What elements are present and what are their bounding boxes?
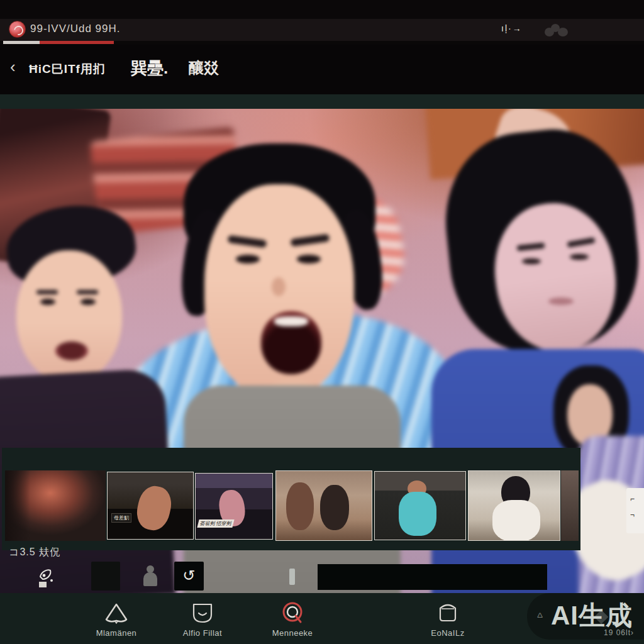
left-person-face	[16, 250, 122, 382]
left-person-brow	[77, 290, 98, 294]
timeline-track-bar[interactable]	[318, 564, 547, 590]
badge-bullet-icon: 🜂	[536, 609, 545, 619]
ai-generated-badge: 🜂 AI生成 19 06lt›	[527, 593, 644, 640]
smile-box-icon	[165, 601, 240, 626]
nav-item-1[interactable]: Mlamänen	[79, 601, 154, 638]
left-person-eye	[80, 299, 96, 305]
top-black-strip	[0, 0, 644, 19]
center-person-eye	[236, 255, 260, 264]
thumbnail-figure	[492, 500, 540, 541]
status-glyphs: ıļ·→	[501, 23, 523, 33]
undo-button[interactable]: ↺	[174, 562, 204, 591]
app-screen: 99-IVV/Udd 99H. ıļ·→ ‹ ĦiC巳ITf用扪 巽疉. 釀㸚	[0, 0, 644, 644]
nav-item-3[interactable]: Menneeke	[255, 601, 330, 638]
app-logo-icon[interactable]	[9, 21, 26, 38]
nav-item-label: Menneeke	[255, 628, 330, 638]
nav-item-4[interactable]: EoNaILz	[410, 601, 486, 638]
right-person-eye	[522, 258, 541, 264]
thumbnail-caption: 母差魛	[111, 513, 131, 523]
clip-duration-label: コ3.5 㚘㑆	[9, 546, 60, 559]
nav-item-label: Alfio Fillat	[165, 628, 240, 638]
page-title-part2: 巽疉.	[131, 57, 168, 79]
title-row: ‹ ĦiC巳ITf用扪 巽疉. 釀㸚	[0, 45, 644, 94]
timeline-thumbnail-4[interactable]	[275, 470, 372, 541]
right-person-mouth	[548, 297, 574, 305]
edit-toolbar: ↺	[0, 562, 580, 593]
center-person-eye	[297, 255, 321, 264]
thumbnail-figure	[286, 482, 314, 530]
timeline-thumbnail-5[interactable]	[374, 471, 466, 540]
timeline-thumbnail-3[interactable]: 荟翁㓨 㤳穿㓨	[195, 473, 273, 540]
timeline-filmstrip: 母差魛 荟翁㓨 㤳穿㓨	[2, 448, 580, 550]
center-person-teeth	[274, 316, 308, 326]
progress-segment-gray	[3, 41, 40, 44]
badge-subtext: 19 06lt›	[604, 628, 634, 637]
page-title-part1: ĦiC巳ITf用扪	[29, 61, 106, 77]
progress-segment-red	[40, 41, 114, 44]
left-person-eye	[40, 299, 55, 305]
nav-item-2[interactable]: Alfio Fillat	[165, 601, 240, 638]
app-title: 99-IVV/Udd 99H.	[30, 23, 121, 35]
timeline-thumbnail-6[interactable]	[468, 470, 560, 541]
timeline-thumbnail-7-clipped[interactable]	[561, 470, 579, 541]
edge-popup-glyph: ¬	[630, 511, 644, 527]
triangle-outline-icon	[79, 601, 154, 626]
red-q-icon	[255, 601, 330, 626]
thumbnail-caption: 荟翁㓨 㤳穿㓨	[197, 519, 234, 528]
bottom-nav-bar: Mlamänen Alfio Fillat Menneeke	[0, 593, 644, 644]
dim-tool-button[interactable]	[91, 562, 120, 591]
divider-band	[0, 94, 644, 109]
edge-popup-panel[interactable]: ⌐ ¬	[626, 488, 644, 533]
left-person-mouth	[55, 341, 88, 360]
page-title-part3: 釀㸚	[189, 58, 219, 78]
cloud-cluster-icon[interactable]	[545, 24, 570, 36]
nav-item-label: EoNaILz	[410, 628, 486, 638]
thumbnail-figure	[320, 485, 349, 530]
right-person-eye	[570, 254, 589, 260]
nav-item-label: Mlamänen	[79, 628, 154, 638]
thumbnail-figure	[133, 483, 174, 533]
person-icon-body	[143, 572, 157, 586]
thumbnail-figure	[399, 492, 436, 536]
center-person-nose	[272, 277, 286, 296]
header-bar: 99-IVV/Udd 99H. ıļ·→	[0, 19, 644, 41]
left-person-brow	[36, 290, 58, 294]
back-button[interactable]: ‹	[10, 58, 16, 75]
person-tool-icon[interactable]	[142, 565, 158, 587]
bag-box-icon	[410, 601, 486, 626]
pen-tool-icon[interactable]	[35, 567, 55, 588]
playhead-handle[interactable]	[289, 569, 295, 585]
timeline-thumbnail-1[interactable]	[5, 470, 106, 541]
timeline-thumbnail-2[interactable]: 母差魛	[107, 472, 194, 540]
edge-popup-glyph: ⌐	[630, 494, 644, 511]
